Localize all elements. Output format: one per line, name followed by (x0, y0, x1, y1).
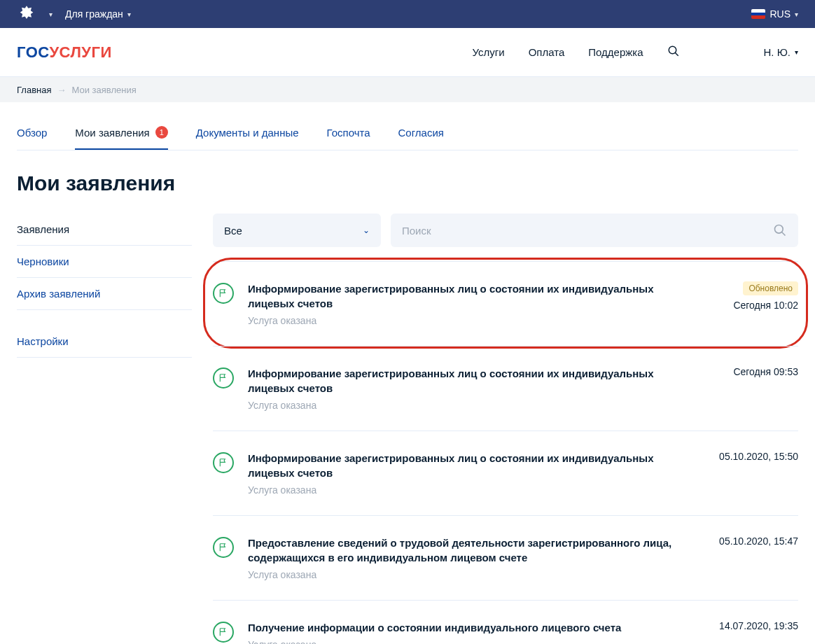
audience-label: Для граждан (65, 8, 123, 20)
application-title: Информирование зарегистрированных лиц о … (248, 366, 686, 396)
application-status: Услуга оказана (248, 484, 686, 496)
filter-select-label: Все (224, 225, 242, 237)
chevron-down-icon: ▾ (127, 10, 131, 18)
search-icon[interactable] (667, 45, 680, 60)
user-short: Н. Ю. (764, 46, 791, 58)
tab-applications[interactable]: Мои заявления 1 (75, 116, 167, 150)
tab-consent[interactable]: Согласия (398, 116, 444, 150)
header: ГОСУСЛУГИ Услуги Оплата Поддержка Н. Ю. … (0, 28, 815, 77)
tab-overview[interactable]: Обзор (17, 116, 47, 150)
applications-list: Информирование зарегистрированных лиц о … (213, 261, 798, 644)
application-time: 05.10.2020, 15:47 (700, 536, 798, 547)
chevron-down-icon: ⌄ (363, 225, 370, 235)
svg-line-3 (782, 232, 786, 236)
application-card[interactable]: Информирование зарегистрированных лиц о … (213, 261, 798, 346)
nav-payment[interactable]: Оплата (529, 46, 565, 58)
application-time: Сегодня 10:02 (700, 300, 798, 311)
tab-badge: 1 (155, 126, 168, 139)
flag-icon (213, 368, 234, 388)
breadcrumb-home[interactable]: Главная (17, 85, 51, 95)
tab-mail[interactable]: Госпочта (327, 116, 370, 150)
application-time: Сегодня 09:53 (700, 366, 798, 377)
svg-point-0 (669, 46, 676, 54)
chevron-down-icon: ▾ (49, 10, 53, 18)
search-icon (773, 223, 787, 237)
user-menu[interactable]: Н. Ю. ▾ (764, 46, 799, 58)
topbar: ▾ Для граждан ▾ RUS ▾ (0, 0, 815, 28)
application-status: Услуга оказана (248, 639, 686, 644)
application-title: Предоставление сведений о трудовой деяте… (248, 536, 686, 565)
language-label: RUS (769, 8, 790, 20)
application-time: 05.10.2020, 15:50 (700, 451, 798, 462)
sidebar: Заявления Черновики Архив заявлений Наст… (17, 214, 192, 358)
logo[interactable]: ГОСУСЛУГИ (17, 43, 112, 62)
search-field[interactable] (391, 214, 798, 247)
language-dropdown[interactable]: RUS ▾ (751, 8, 798, 20)
tab-documents[interactable]: Документы и данные (196, 116, 299, 150)
sidebar-item-settings[interactable]: Настройки (17, 326, 192, 358)
breadcrumb: Главная → Мои заявления (0, 77, 815, 102)
application-title: Информирование зарегистрированных лиц о … (248, 451, 686, 480)
flag-icon (213, 452, 234, 473)
application-card[interactable]: Информирование зарегистрированных лиц о … (213, 346, 798, 430)
filter-select[interactable]: Все ⌄ (213, 214, 381, 247)
application-status: Услуга оказана (248, 569, 686, 580)
flag-icon (213, 537, 234, 558)
sidebar-item-archive[interactable]: Архив заявлений (17, 278, 192, 310)
chevron-down-icon: ▾ (795, 10, 798, 18)
application-card[interactable]: Предоставление сведений о трудовой деяте… (213, 515, 798, 600)
flag-ru-icon (751, 9, 765, 19)
application-title: Получение информации о состоянии индивид… (248, 620, 686, 635)
application-card[interactable]: Получение информации о состоянии индивид… (213, 600, 798, 644)
flag-icon (213, 283, 234, 304)
nav-support[interactable]: Поддержка (588, 46, 643, 58)
arrow-right-icon: → (57, 85, 66, 95)
svg-line-1 (675, 52, 678, 56)
application-card[interactable]: Информирование зарегистрированных лиц о … (213, 430, 798, 515)
audience-dropdown[interactable]: Для граждан ▾ (65, 8, 131, 20)
sidebar-item-applications[interactable]: Заявления (17, 214, 192, 246)
caret-down-icon: ▾ (795, 48, 798, 56)
nav-services[interactable]: Услуги (472, 46, 504, 58)
page-title: Мои заявления (17, 172, 798, 195)
search-input[interactable] (402, 225, 773, 237)
emblem-icon (17, 4, 36, 24)
application-time: 14.07.2020, 19:35 (700, 620, 798, 631)
svg-point-2 (775, 225, 783, 234)
emblem-dropdown[interactable]: ▾ (49, 10, 53, 18)
flag-icon (213, 622, 234, 643)
application-status: Услуга оказана (248, 315, 686, 326)
application-title: Информирование зарегистрированных лиц о … (248, 281, 686, 311)
sidebar-item-drafts[interactable]: Черновики (17, 246, 192, 278)
updated-badge: Обновлено (743, 281, 798, 295)
breadcrumb-current: Мои заявления (71, 85, 136, 95)
application-status: Услуга оказана (248, 400, 686, 411)
tabs: Обзор Мои заявления 1 Документы и данные… (17, 116, 798, 150)
